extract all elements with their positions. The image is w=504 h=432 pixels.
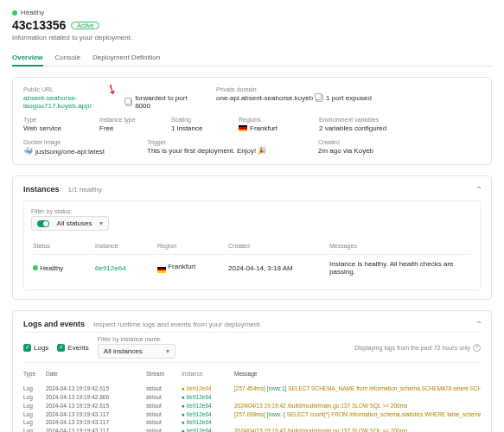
status-text: Healthy: [21, 9, 44, 16]
chevron-down-icon: ▾: [99, 219, 103, 227]
detail-card: ➘ Public URL absent-seahorse-laogou717.k…: [12, 77, 492, 165]
private-domain: one-api.absent-seahorse.koyeb: [216, 94, 313, 102]
created-label: Created: [318, 139, 373, 145]
trigger-value: This is your first deployment. Enjoy! 🎉: [147, 147, 294, 155]
private-domain-label: Private domain: [216, 86, 372, 92]
col-region: Region: [157, 239, 226, 252]
created-value: 2m ago via Koyeb: [318, 147, 373, 155]
tab-overview[interactable]: Overview: [12, 50, 43, 67]
copy-icon[interactable]: [125, 98, 132, 106]
instances-table: Status Instance Region Created Messages …: [31, 238, 473, 283]
page-subtitle: Information related to your deployment.: [12, 34, 492, 41]
filter-value: All statuses: [57, 219, 93, 227]
row-region: Frankfurt: [168, 263, 195, 270]
collapse-icon[interactable]: ⌃: [475, 185, 482, 194]
regions-value: Frankfurt: [239, 124, 295, 132]
type-value: Web service: [23, 124, 75, 132]
tab-console[interactable]: Console: [55, 50, 80, 66]
instance-filter-label: Filter by instance name:: [98, 336, 175, 342]
row-message: Instance is healthy. All health checks a…: [329, 254, 471, 281]
scaling-label: Scaling: [171, 117, 214, 123]
logs-subtitle: Inspect runtime logs and events from you…: [93, 321, 262, 328]
col-status: Status: [33, 239, 93, 252]
logs-range-note: Displaying logs from the past 72 hours o…: [354, 344, 481, 352]
instances-title: Instances: [23, 185, 60, 194]
docker-icon: 🐳: [23, 147, 33, 156]
germany-flag-icon: [239, 125, 247, 131]
germany-flag-icon: [157, 267, 166, 273]
instance-type-label: Instance type: [99, 117, 147, 123]
docker-image-value: 🐳justsong/one-api:latest: [23, 147, 123, 156]
trigger-label: Trigger: [147, 139, 294, 145]
logs-body[interactable]: Log2024-04-13 19:19:42.615stdout● 6e912e…: [23, 385, 481, 432]
col-messages: Messages: [329, 239, 471, 252]
active-badge: Active: [71, 22, 99, 29]
scaling-value: 1 instance: [171, 124, 214, 132]
log-line: Log2024-04-13 19:19:42.615stdout● 6e912e…: [23, 385, 481, 394]
col-instance: Instance: [95, 239, 156, 252]
chevron-down-icon: ▾: [166, 347, 169, 355]
type-label: Type: [23, 117, 75, 123]
logs-header: TypeDateStreamInstanceMessage: [23, 370, 481, 378]
row-status: Healthy: [40, 264, 63, 272]
instance-row[interactable]: Healthy 6e912e64 Frankfurt 2024-04-14, 3…: [33, 254, 471, 281]
toggle-icon: [37, 220, 49, 227]
row-created: 2024-04-14, 3:18 AM: [228, 254, 328, 281]
log-line: Log2024-04-13 19:19:43.117stdout● 6e912e…: [23, 419, 481, 428]
instance-filter-dropdown[interactable]: All instances▾: [98, 344, 175, 359]
instances-card: ⌃ Instances1/1 healthy Filter by status:…: [12, 175, 492, 300]
logs-checkbox[interactable]: ✓Logs: [23, 344, 48, 352]
log-line: Log2024-04-13 19:19:43.117stdout● 6e912e…: [23, 410, 481, 419]
instance-type-value: Free: [99, 124, 147, 132]
instances-count: 1/1 healthy: [68, 186, 102, 194]
healthy-dot-icon: [33, 265, 38, 270]
log-line: Log2024-04-13 19:19:42.615stdout● 6e912e…: [23, 402, 481, 410]
logs-title: Logs and events: [23, 320, 85, 328]
help-icon[interactable]: ?: [473, 344, 481, 352]
copy-icon[interactable]: [316, 94, 323, 102]
docker-image-label: Docker image: [23, 139, 123, 145]
events-checkbox[interactable]: ✓Events: [57, 344, 88, 352]
log-line: Log2024-04-13 19:19:43.117stdout● 6e912e…: [23, 428, 481, 432]
status-filter-dropdown[interactable]: All statuses ▾: [31, 216, 109, 231]
env-vars-value: 2 variables configured: [319, 124, 386, 132]
healthy-dot-icon: [12, 10, 17, 16]
log-line: Log2024-04-13 19:19:42.866stdout● 6e912e…: [23, 394, 481, 403]
ports-exposed: 1 port exposed: [326, 94, 372, 102]
col-created: Created: [228, 239, 328, 252]
status-indicator: Healthy: [12, 9, 492, 16]
collapse-icon[interactable]: ⌃: [475, 320, 482, 329]
tab-deployment-definition[interactable]: Deployment Definition: [93, 50, 160, 66]
env-vars-label: Environment variables: [319, 117, 386, 123]
regions-label: Regions: [239, 117, 295, 123]
forwarded-port: forwarded to port 8000: [135, 94, 192, 110]
deployment-id: 43c13356: [12, 18, 66, 32]
instance-id-link[interactable]: 6e912e64: [95, 264, 126, 272]
filter-status-label: Filter by status:: [31, 208, 473, 214]
logs-card: ⌃ Logs and eventsInspect runtime logs an…: [12, 310, 492, 432]
